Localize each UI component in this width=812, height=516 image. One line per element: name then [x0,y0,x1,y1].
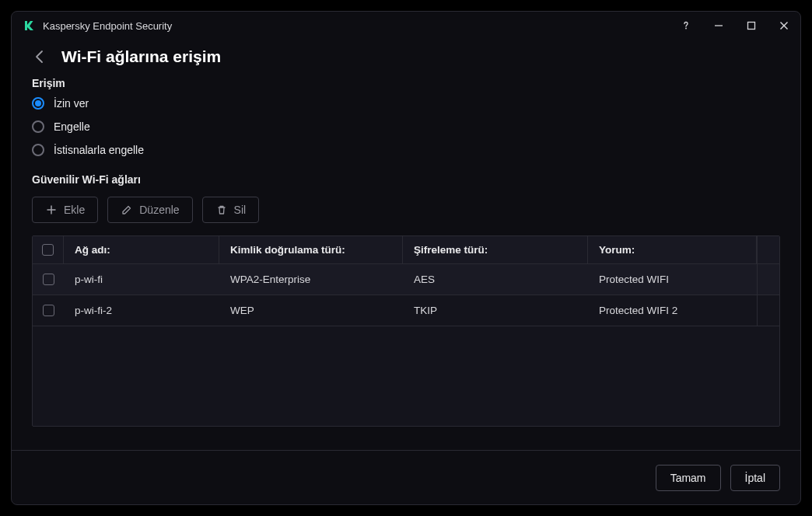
help-button[interactable] [679,19,693,33]
access-section-label: Erişim [32,77,780,89]
close-button[interactable] [777,19,791,33]
svg-rect-2 [748,23,755,30]
table-toolbar: Ekle Düzenle Sil [32,197,780,223]
checkbox-icon [42,244,54,256]
titlebar: Kaspersky Endpoint Security [12,12,800,40]
pencil-icon [121,204,133,216]
scrollbar-gutter [757,236,779,263]
footer: Tamam İptal [12,450,800,504]
add-button-label: Ekle [64,204,85,216]
minimize-button[interactable] [712,19,726,33]
column-header-auth[interactable]: Kimlik doğrulama türü: [219,236,403,263]
row-checkbox[interactable] [33,295,64,326]
cell-enc: AES [403,264,588,295]
titlebar-controls [679,19,791,33]
app-window: Kaspersky Endpoint Security Wi-Fi ağları… [11,11,801,505]
ok-button[interactable]: Tamam [656,465,721,491]
page-title: Wi-Fi ağlarına erişim [61,47,221,66]
app-name: Kaspersky Endpoint Security [43,20,172,32]
content: Wi-Fi ağlarına erişim Erişim İzin ver En… [12,40,800,450]
svg-point-0 [685,28,687,30]
maximize-button[interactable] [744,19,758,33]
column-header-comment[interactable]: Yorum: [588,236,757,263]
cell-name: p-wi-fi [64,264,219,295]
delete-button-label: Sil [234,204,247,216]
table-row[interactable]: p-wi-fi-2 WEP TKIP Protected WIFI 2 [33,295,779,326]
radio-allow[interactable]: İzin ver [32,97,780,110]
cell-comment: Protected WIFI [588,264,757,295]
radio-icon [32,120,44,133]
access-radio-group: İzin ver Engelle İstisnalarla engelle [32,97,780,156]
cancel-button[interactable]: İptal [730,465,780,491]
brand: Kaspersky Endpoint Security [23,19,172,32]
radio-label: İstisnalarla engelle [54,144,144,156]
trusted-networks-label: Güvenilir Wi-Fi ağları [32,173,780,186]
row-checkbox[interactable] [33,264,64,295]
table-header: Ağ adı: Kimlik doğrulama türü: Şifreleme… [33,236,779,264]
cell-comment: Protected WIFI 2 [588,295,757,326]
delete-button[interactable]: Sil [202,197,260,223]
back-button[interactable] [32,48,49,65]
column-header-enc[interactable]: Şifreleme türü: [403,236,588,263]
column-header-name[interactable]: Ağ adı: [64,236,219,263]
radio-icon [32,97,44,110]
kaspersky-logo-icon [23,19,35,32]
plus-icon [45,204,58,216]
radio-block[interactable]: Engelle [32,120,780,133]
cell-auth: WPA2-Enterprise [219,264,403,295]
column-header-checkbox[interactable] [33,236,64,263]
page-header: Wi-Fi ağlarına erişim [32,47,780,66]
cell-auth: WEP [219,295,403,326]
table-body: p-wi-fi WPA2-Enterprise AES Protected WI… [33,264,779,326]
add-button[interactable]: Ekle [32,197,98,223]
edit-button[interactable]: Düzenle [107,197,192,223]
checkbox-icon [43,274,54,285]
table-row[interactable]: p-wi-fi WPA2-Enterprise AES Protected WI… [33,264,779,295]
radio-block-exceptions[interactable]: İstisnalarla engelle [32,144,780,156]
radio-icon [32,144,44,156]
checkbox-icon [43,305,54,316]
radio-label: İzin ver [54,97,89,110]
cell-name: p-wi-fi-2 [64,295,219,326]
trash-icon [215,204,228,216]
trusted-networks-table: Ağ adı: Kimlik doğrulama türü: Şifreleme… [32,235,780,427]
cell-enc: TKIP [403,295,588,326]
edit-button-label: Düzenle [139,204,179,216]
radio-label: Engelle [54,120,90,133]
